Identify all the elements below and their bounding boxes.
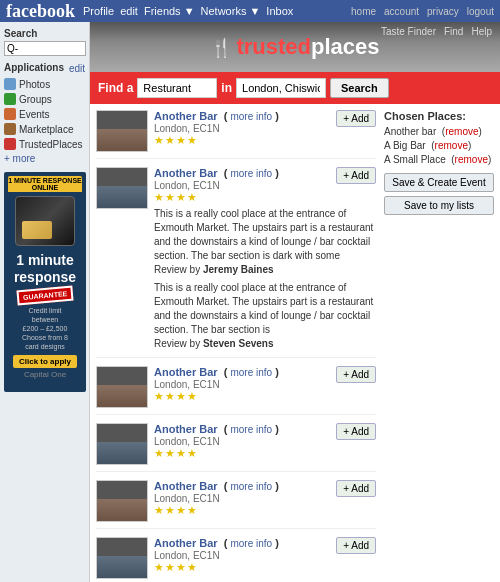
add-button[interactable]: + Add: [336, 480, 376, 497]
add-button[interactable]: + Add: [336, 366, 376, 383]
result-stars: ★★★★: [154, 561, 330, 574]
result-thumbnail: [96, 423, 148, 465]
more-apps-link[interactable]: + more: [4, 153, 85, 164]
trustedplaces-icon: [4, 138, 16, 150]
remove-place-1[interactable]: remove: [435, 140, 468, 151]
save-to-lists-button[interactable]: Save to my lists: [384, 196, 494, 215]
result-item: Another Bar ( more info ) London, EC1N ★…: [96, 167, 376, 358]
result-thumbnail: [96, 366, 148, 408]
result-item: Another Bar ( more info ) London, EC1N ★…: [96, 110, 376, 159]
search-input[interactable]: [7, 43, 77, 54]
nav-friends[interactable]: Friends ▼: [144, 5, 195, 17]
ad-logo: Capital One: [24, 370, 66, 379]
result-info: Another Bar ( more info ) London, EC1N ★…: [154, 366, 330, 408]
app-groups[interactable]: Groups: [4, 93, 85, 105]
more-info-link[interactable]: more info: [230, 111, 272, 122]
result-location: London, EC1N: [154, 379, 330, 390]
account-link[interactable]: account: [384, 6, 419, 17]
add-button[interactable]: + Add: [336, 167, 376, 184]
facebook-logo: facebook: [6, 1, 75, 22]
result-info: Another Bar ( more info ) London, EC1N ★…: [154, 167, 330, 204]
tp-header: Taste Finder Find Help 🍴trustedplaces: [90, 22, 500, 72]
chosen-place-item: A Big Bar (remove): [384, 140, 494, 151]
result-name-link[interactable]: Another Bar: [154, 423, 218, 435]
find-link[interactable]: Find: [444, 26, 463, 37]
tp-search-bar: Find a in Search: [90, 72, 500, 104]
result-item: Another Bar ( more info ) London, EC1N ★…: [96, 537, 376, 582]
tp-logo-trusted: trusted: [236, 34, 311, 59]
nav-networks[interactable]: Networks ▼: [201, 5, 261, 17]
apps-edit-link[interactable]: edit: [69, 63, 85, 74]
flame-icon: 🍴: [210, 37, 232, 59]
review-author: Jeremy Baines: [203, 264, 274, 275]
chosen-place-name-1: A Big Bar: [384, 140, 426, 151]
home-link[interactable]: home: [351, 6, 376, 17]
result-item: Another Bar ( more info ) London, EC1N ★…: [96, 480, 376, 529]
app-events[interactable]: Events: [4, 108, 85, 120]
find-label: Find a: [98, 81, 133, 95]
app-photos[interactable]: Photos: [4, 78, 85, 90]
search-location-input[interactable]: [236, 78, 326, 98]
result-stars: ★★★★: [154, 134, 330, 147]
main-layout: Search Applications edit Photos Groups E…: [0, 22, 500, 582]
ad-cta-button[interactable]: Click to apply: [13, 355, 77, 368]
remove-place-0[interactable]: remove: [445, 126, 478, 137]
results-list: Another Bar ( more info ) London, EC1N ★…: [96, 110, 376, 582]
result-name: Another Bar ( more info ): [154, 537, 330, 549]
result-info: Another Bar ( more info ) London, EC1N ★…: [154, 110, 330, 152]
result-name-link[interactable]: Another Bar: [154, 366, 218, 378]
result-stars: ★★★★: [154, 504, 330, 517]
more-info-link[interactable]: more info: [230, 168, 272, 179]
groups-icon: [4, 93, 16, 105]
nav-profile[interactable]: Profile: [83, 5, 114, 17]
remove-place-2[interactable]: remove: [455, 154, 488, 165]
result-stars: ★★★★: [154, 390, 330, 403]
app-marketplace[interactable]: Marketplace: [4, 123, 85, 135]
result-thumbnail: [96, 167, 148, 209]
top-navigation: facebook Profile edit Friends ▼ Networks…: [0, 0, 500, 22]
app-events-label: Events: [19, 109, 50, 120]
help-link[interactable]: Help: [471, 26, 492, 37]
result-name-link[interactable]: Another Bar: [154, 110, 218, 122]
nav-inbox[interactable]: Inbox: [266, 5, 293, 17]
search-box[interactable]: [4, 41, 86, 56]
result-thumbnail: [96, 537, 148, 579]
result-name: Another Bar ( more info ): [154, 480, 330, 492]
add-button[interactable]: + Add: [336, 110, 376, 127]
privacy-link[interactable]: privacy: [427, 6, 459, 17]
search-query-input[interactable]: [137, 78, 217, 98]
nav-edit[interactable]: edit: [120, 5, 138, 17]
more-info-link[interactable]: more info: [230, 424, 272, 435]
more-info-link[interactable]: more info: [230, 367, 272, 378]
result-name-link[interactable]: Another Bar: [154, 480, 218, 492]
result-name: Another Bar ( more info ): [154, 366, 330, 378]
chosen-places-title: Chosen Places:: [384, 110, 494, 122]
ad-body-text: Credit limitbetween£200 – £2,500Choose f…: [22, 306, 68, 351]
result-location: London, EC1N: [154, 180, 330, 191]
review-label: Review by: [154, 264, 200, 275]
taste-finder-link[interactable]: Taste Finder: [381, 26, 436, 37]
logout-link[interactable]: logout: [467, 6, 494, 17]
tp-logo-places: places: [311, 34, 380, 59]
add-button[interactable]: + Add: [336, 423, 376, 440]
result-name: Another Bar ( more info ): [154, 167, 330, 179]
main-content: Taste Finder Find Help 🍴trustedplaces Fi…: [90, 22, 500, 582]
marketplace-icon: [4, 123, 16, 135]
review-label-2: Review by: [154, 338, 200, 349]
add-button[interactable]: + Add: [336, 537, 376, 554]
save-create-event-button[interactable]: Save & Create Event: [384, 173, 494, 192]
result-name-link[interactable]: Another Bar: [154, 537, 218, 549]
app-trustedplaces[interactable]: TrustedPlaces: [4, 138, 85, 150]
result-name-link[interactable]: Another Bar: [154, 167, 218, 179]
tp-header-links: Taste Finder Find Help: [381, 26, 492, 37]
result-description-2: This is a really cool place at the entra…: [154, 281, 376, 351]
search-button[interactable]: Search: [330, 78, 389, 98]
tp-logo: 🍴trustedplaces: [210, 34, 379, 60]
sidebar-advertisement: 1 MINUTE RESPONSE ONLINE 1 minuterespons…: [4, 172, 86, 392]
more-info-link[interactable]: more info: [230, 481, 272, 492]
result-description-1: This is a really cool place at the entra…: [154, 207, 376, 277]
more-info-link[interactable]: more info: [230, 538, 272, 549]
ad-card-image: [15, 196, 75, 246]
chosen-place-name-2: A Small Place: [384, 154, 446, 165]
result-location: London, EC1N: [154, 436, 330, 447]
